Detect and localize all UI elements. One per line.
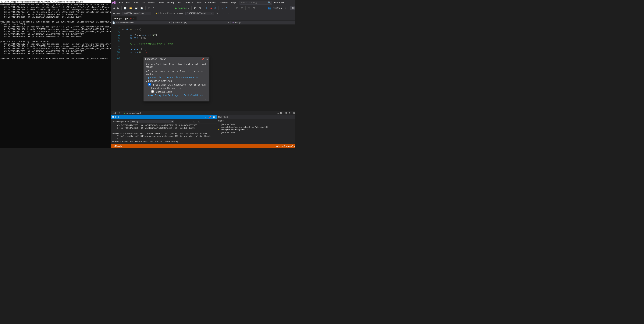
- menu-test[interactable]: Test: [176, 0, 183, 5]
- step-into-button[interactable]: →: [220, 6, 224, 10]
- thread-label: Thread:: [177, 12, 184, 14]
- output-source-combo[interactable]: Debug: [130, 120, 174, 123]
- save-all-button[interactable]: 💾: [139, 6, 144, 10]
- step-over-button[interactable]: ↷: [225, 6, 229, 10]
- pause-button[interactable]: ⏸: [204, 6, 209, 10]
- output-title: Output: [112, 116, 119, 118]
- flag-icon[interactable]: ⚑: [215, 11, 219, 15]
- pin-icon[interactable]: 📌: [129, 17, 132, 20]
- zoom-level[interactable]: 111 % ▾: [112, 112, 120, 114]
- close-popup-icon[interactable]: ✕: [206, 58, 208, 60]
- start-live-share-link[interactable]: Start Live Share session...: [167, 76, 202, 79]
- menu-view[interactable]: View: [132, 0, 140, 5]
- scope-function[interactable]: ◈main()▾: [231, 21, 295, 24]
- redo-button[interactable]: ↷: [152, 6, 155, 10]
- play-icon: ▶: [175, 7, 177, 9]
- step-out-button[interactable]: ↑: [230, 6, 232, 10]
- show-output-label: Show output from:: [112, 120, 129, 123]
- menu-file[interactable]: File: [118, 0, 124, 5]
- minimize-button[interactable]: ─: [288, 1, 294, 4]
- live-share-icon: 👥: [268, 7, 271, 9]
- save-button[interactable]: 💾: [134, 6, 138, 10]
- output-tb-2[interactable]: ⬚: [182, 120, 186, 123]
- code-editor[interactable]: 123456789101112 ⊟ int main() { int *x = …: [111, 24, 295, 111]
- process-combo[interactable]: [30008] example1.exe ▾: [122, 12, 151, 15]
- menu-extensions[interactable]: Extensions: [203, 0, 218, 5]
- output-header[interactable]: Output ▾ 📌 ✕: [111, 115, 216, 119]
- break-on-exception-checkbox[interactable]: [148, 83, 151, 85]
- copy-details-link[interactable]: Copy Details: [146, 76, 161, 79]
- menu-debug[interactable]: Debug: [165, 0, 175, 5]
- int-preview-badge: INT PREVIEW: [290, 6, 295, 10]
- exception-settings-header[interactable]: ▴ Exception Settings: [146, 80, 207, 82]
- debug-icon-1[interactable]: ◧: [193, 6, 197, 10]
- menu-build[interactable]: Build: [157, 0, 166, 5]
- line-indicator[interactable]: Ln: 10: [276, 112, 282, 114]
- callstack-header[interactable]: Call Stack ▾ 📌 ✕: [217, 115, 295, 119]
- console-body[interactable]: =30008==ERROR: AddressSanitizer: attempt…: [0, 3, 111, 60]
- back-button[interactable]: ◀: [112, 6, 116, 10]
- char-indicator[interactable]: Ch: 1: [285, 112, 290, 114]
- output-tb-1[interactable]: ⬚: [178, 120, 182, 123]
- menu-window[interactable]: Window: [218, 0, 229, 5]
- stack-icon[interactable]: ⬚: [220, 11, 224, 15]
- indent-indicator[interactable]: SPC: [293, 112, 295, 114]
- fold-column[interactable]: ⊟: [122, 24, 124, 111]
- continue-button[interactable]: ▶Continue▾: [174, 6, 190, 10]
- output-pin-icon[interactable]: 📌: [208, 116, 212, 118]
- thread-combo[interactable]: [28748] Main Thread ▾: [186, 12, 214, 15]
- tab-example1-cpp[interactable]: example1.cpp 📌 ✕: [112, 16, 136, 20]
- scope-namespace[interactable]: (Global Scope)▾: [172, 21, 231, 24]
- new-button[interactable]: 📄: [123, 6, 128, 10]
- forward-button[interactable]: ▶: [116, 6, 120, 10]
- col-name[interactable]: Name: [217, 119, 295, 123]
- open-exception-settings-link[interactable]: Open Exception Settings: [148, 94, 178, 97]
- live-share-button[interactable]: 👥Live Share: [268, 7, 282, 9]
- stack-icon-2[interactable]: ⬚: [226, 11, 230, 15]
- menu-git[interactable]: Git: [140, 0, 146, 5]
- output-tb-5[interactable]: ⬚: [197, 120, 201, 123]
- output-tb-3[interactable]: ⬚: [188, 120, 191, 123]
- search-input[interactable]: [240, 1, 272, 4]
- output-tb-4[interactable]: ⬚: [192, 120, 196, 123]
- menubar: File Edit View Git Project Build Debug T…: [111, 0, 295, 5]
- maximize-button[interactable]: ☐: [294, 1, 295, 4]
- output-dropdown-icon[interactable]: ▾: [205, 116, 207, 118]
- lifecycle-events[interactable]: ⚡ Lifecycle Events ▾: [155, 12, 175, 14]
- debug-icon-b[interactable]: ⬚: [240, 6, 244, 10]
- menu-analyze[interactable]: Analyze: [183, 0, 195, 5]
- resize-grip-icon[interactable]: ⋰: [146, 97, 207, 100]
- console-titlebar: ▢ C:\MSDN\cpp-docs-pr\docs\c-language\AS…: [0, 0, 111, 3]
- output-toolbar: Show output from: Debug ⬚ ⬚ ⬚ ⬚ ⬚: [111, 119, 216, 124]
- debug-icon-a[interactable]: ⬚: [235, 6, 239, 10]
- search-icon[interactable]: 🔍: [268, 1, 271, 4]
- feedback-icon[interactable]: ☺: [284, 7, 287, 9]
- pin-popup-icon[interactable]: 📌: [201, 58, 204, 60]
- add-source-control[interactable]: ↑ Add to Source Control ▴: [274, 145, 295, 148]
- open-button[interactable]: 📂: [128, 6, 133, 10]
- menu-project[interactable]: Project: [146, 0, 157, 5]
- restart-button[interactable]: ⟳: [214, 6, 217, 10]
- callstack-body[interactable]: [External Code] example1.exe!operator de…: [217, 123, 295, 144]
- callstack-title: Call Stack: [218, 116, 228, 118]
- callstack-row-active: ➤example1.exe!main() Line 10C++: [217, 128, 295, 131]
- issues-indicator[interactable]: ●No issues found: [124, 112, 141, 114]
- edit-conditions-link[interactable]: Edit Conditions: [184, 94, 204, 97]
- exception-popup: Exception Thrown 📌 ✕ Address Sanitizer E…: [144, 57, 210, 101]
- output-close-icon[interactable]: ✕: [212, 116, 216, 118]
- except-item-checkbox[interactable]: [151, 90, 154, 93]
- ready-label: Ready: [115, 145, 122, 148]
- debug-icon-c[interactable]: ⬚: [247, 6, 251, 10]
- stop-button[interactable]: ■: [210, 6, 213, 10]
- output-body[interactable]: #3 0x7ff9641d7033 (C:\WINDOWS\System32\K…: [111, 124, 216, 144]
- debug-icon-d[interactable]: ⬚: [252, 6, 256, 10]
- close-tab-icon[interactable]: ✕: [133, 17, 135, 20]
- debug-icon-2[interactable]: ◨: [198, 6, 202, 10]
- menu-tools[interactable]: Tools: [194, 0, 203, 5]
- console-window: ▢ C:\MSDN\cpp-docs-pr\docs\c-language\AS…: [0, 0, 111, 148]
- menu-help[interactable]: Help: [229, 0, 238, 5]
- menu-edit[interactable]: Edit: [124, 0, 132, 5]
- undo-button[interactable]: ↶: [147, 6, 151, 10]
- scope-project[interactable]: 📄Miscellaneous Files▾: [111, 21, 172, 24]
- method-icon: ◈: [232, 21, 234, 24]
